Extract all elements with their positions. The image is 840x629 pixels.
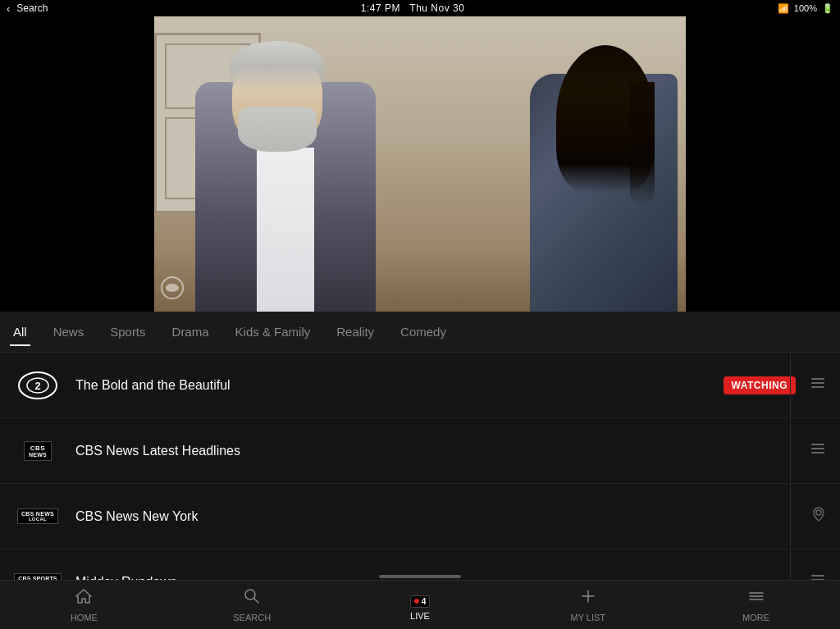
channel-item-cbsnews[interactable]: CBS NEWS CBS News Latest Headlines [0,418,840,484]
plus-icon [579,587,597,609]
svg-rect-4 [811,382,824,384]
status-time: 1:47 PM Thu Nov 30 [361,2,465,14]
channel-item-cbs2[interactable]: 2 The Bold and the Beautiful WATCHING [0,353,840,418]
svg-rect-8 [811,452,824,454]
tab-drama[interactable]: Drama [169,318,212,345]
divider [790,549,791,580]
svg-point-9 [816,510,821,515]
video-letterbox-left [0,16,154,312]
channel-menu-icon-cbsnews[interactable] [809,440,827,462]
more-label: MORE [742,613,769,622]
channel-menu-icon[interactable] [809,374,827,396]
divider [790,418,791,483]
svg-text:2: 2 [34,380,40,392]
wifi-icon: 📶 [778,3,789,14]
battery-icon: 🔋 [822,3,833,14]
tab-kids[interactable]: Kids & Family [232,318,314,345]
back-icon[interactable]: ‹ [7,2,10,15]
live-icon: 4 [410,589,431,608]
tab-home[interactable]: HOME [51,587,116,622]
scroll-indicator [379,575,461,578]
search-label[interactable]: Search [16,2,48,14]
tab-news[interactable]: News [50,318,88,345]
live-label: LIVE [410,611,430,621]
channel-name-cbs2: The Bold and the Beautiful [75,378,724,393]
status-bar: ‹ Search 1:47 PM Thu Nov 30 📶 100% 🔋 [0,0,840,16]
search-label: SEARCH [233,613,271,622]
svg-rect-7 [811,448,824,449]
person-left [171,16,400,312]
cbs-watermark [161,276,184,299]
status-left: ‹ Search [7,2,48,15]
channel-list: 2 The Bold and the Beautiful WATCHING CB… [0,353,840,580]
cbssports-logo: CBS SPORTS HQ [13,566,62,581]
video-player[interactable] [0,16,840,312]
tab-sports[interactable]: Sports [107,318,148,345]
category-tabs: All News Sports Drama Kids & Family Real… [0,312,840,353]
location-icon[interactable] [810,506,827,526]
tab-search[interactable]: SEARCH [219,587,285,622]
video-letterbox-right [686,16,840,312]
status-right: 📶 100% 🔋 [778,3,833,14]
mylist-label: MY LIST [570,613,605,622]
tab-live[interactable]: 4 LIVE [387,589,453,621]
video-content [0,16,840,312]
bottom-tab-bar: HOME SEARCH 4 LIVE MY LIST [0,580,840,629]
search-icon [243,587,261,609]
channel-name-cbsnews: CBS News Latest Headlines [75,444,809,458]
tab-more[interactable]: MORE [724,587,789,622]
channel-item-cbslocal[interactable]: CBS NEWS LOCAL CBS News New York [0,484,840,549]
battery-label: 100% [794,3,817,13]
tab-reality[interactable]: Reality [333,318,377,345]
cbs2-logo: 2 [13,369,62,402]
cbsnews-logo: CBS NEWS [13,435,62,467]
tab-all[interactable]: All [10,318,30,345]
divider [790,353,791,417]
channel-menu-icon-cbssports[interactable] [809,571,827,580]
svg-rect-3 [811,378,824,380]
tab-mylist[interactable]: MY LIST [555,587,621,622]
tab-comedy[interactable]: Comedy [397,318,450,345]
cbslocal-logo: CBS NEWS LOCAL [13,500,62,533]
video-scene [154,16,686,312]
channel-name-cbslocal: CBS News New York [75,509,797,524]
home-icon [75,587,93,609]
home-label: HOME [71,613,98,622]
svg-rect-10 [811,575,824,577]
svg-line-14 [254,599,259,604]
svg-rect-6 [811,444,824,445]
watching-badge: WATCHING [724,376,796,394]
svg-rect-5 [811,386,824,388]
menu-icon [747,587,765,609]
divider [790,484,791,549]
person-right [505,16,686,312]
